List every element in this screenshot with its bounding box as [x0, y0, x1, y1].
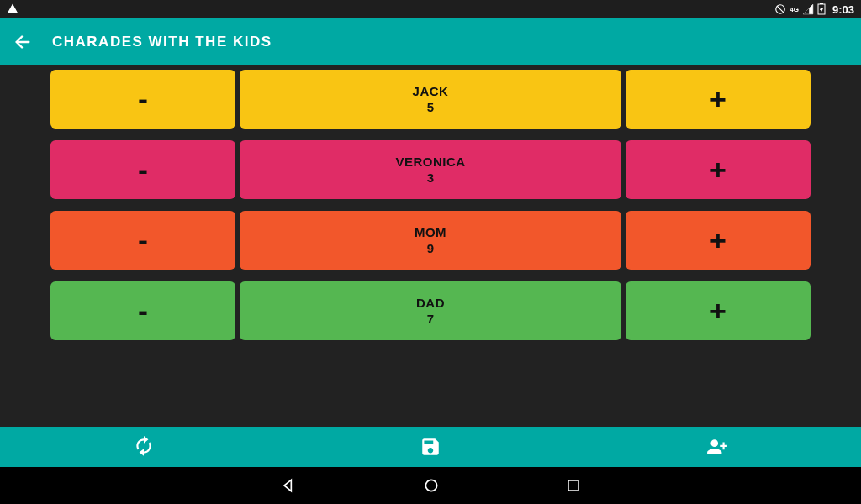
svg-line-1 [777, 6, 784, 13]
minus-icon: - [138, 84, 148, 114]
player-score: 9 [427, 241, 434, 255]
player-info[interactable]: DAD7 [240, 281, 621, 340]
decrement-button[interactable]: - [50, 211, 235, 270]
player-info[interactable]: JACK5 [240, 70, 621, 129]
increment-button[interactable]: + [626, 70, 811, 129]
save-icon [420, 436, 441, 458]
signal-icon [802, 3, 814, 15]
plus-icon: + [710, 155, 726, 184]
increment-button[interactable]: + [626, 211, 811, 270]
decrement-button[interactable]: - [50, 281, 235, 340]
minus-icon: - [138, 155, 148, 185]
player-info[interactable]: MOM9 [240, 211, 621, 270]
decrement-button[interactable]: - [50, 70, 235, 129]
player-name: JACK [413, 84, 449, 98]
increment-button[interactable]: + [626, 140, 811, 199]
warning-icon [7, 3, 18, 15]
player-name: MOM [415, 225, 446, 239]
network-badge: 4G [790, 6, 799, 13]
plus-icon: + [710, 297, 726, 325]
player-row: -MOM9+ [50, 211, 811, 270]
status-bar: 4G 9:03 [0, 0, 861, 18]
nav-recent-button[interactable] [566, 478, 581, 493]
reset-button[interactable] [0, 436, 287, 458]
nav-back-button[interactable] [280, 477, 297, 494]
increment-button[interactable]: + [626, 281, 811, 340]
player-score: 3 [427, 171, 434, 185]
battery-charging-icon [817, 3, 826, 15]
svg-rect-3 [820, 3, 823, 4]
plus-icon: + [710, 85, 726, 113]
player-score: 7 [427, 312, 434, 326]
player-name: DAD [416, 296, 445, 310]
minus-icon: - [138, 296, 148, 326]
players-list: -JACK5+-VERONICA3+-MOM9+-DAD7+ [0, 65, 861, 427]
person-add-icon [706, 436, 728, 458]
add-player-button[interactable] [574, 436, 861, 458]
svg-point-5 [425, 480, 436, 491]
system-nav-bar [0, 467, 861, 504]
no-sim-icon [774, 3, 786, 15]
player-row: -VERONICA3+ [50, 140, 811, 199]
save-button[interactable] [287, 436, 573, 458]
app-bar: CHARADES WITH THE KIDS [0, 18, 861, 65]
back-arrow-icon[interactable] [13, 33, 32, 51]
player-info[interactable]: VERONICA3 [240, 140, 621, 199]
player-name: VERONICA [395, 155, 465, 169]
action-bar [0, 427, 861, 467]
plus-icon: + [710, 226, 726, 255]
svg-rect-6 [568, 480, 578, 491]
status-time: 9:03 [832, 3, 854, 16]
decrement-button[interactable]: - [50, 140, 235, 199]
page-title: CHARADES WITH THE KIDS [52, 34, 272, 50]
player-row: -DAD7+ [50, 281, 811, 340]
reset-icon [133, 436, 155, 458]
player-row: -JACK5+ [50, 70, 811, 129]
nav-home-button[interactable] [423, 477, 440, 494]
player-score: 5 [427, 100, 434, 114]
minus-icon: - [138, 225, 148, 255]
